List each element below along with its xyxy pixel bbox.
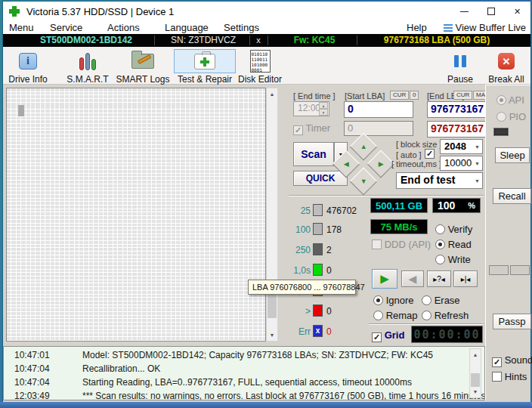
timeout-combo[interactable]: 10000▼ [440, 156, 483, 171]
divider [369, 323, 484, 325]
drive-info-button[interactable]: i Drive Info [6, 49, 50, 85]
ddd-label: DDD (API) [385, 239, 431, 250]
ddd-checkbox[interactable] [372, 240, 382, 249]
divider [154, 36, 155, 45]
grid-checkbox-row[interactable]: ✓ Grid [372, 329, 404, 342]
end-action-combo[interactable]: End of test▼ [396, 172, 483, 189]
log-row: 10:47:01 Model: ST500DM002-1BD142; Capac… [4, 348, 484, 362]
legend-swatch-250 [313, 243, 323, 255]
scroll-down-icon[interactable]: ▼ [267, 329, 277, 341]
auto-checkbox[interactable]: ✓ [425, 149, 435, 159]
act-ignore-radio[interactable]: Ignore [373, 295, 414, 306]
chevron-down-icon: ▼ [475, 144, 480, 150]
seek-down-button[interactable]: ▼ [350, 168, 378, 196]
scroll-up-icon[interactable]: ▲ [470, 349, 481, 360]
menu-item-settings[interactable]: Settings [224, 22, 259, 33]
start-lba-cur-button[interactable]: CUR [390, 91, 409, 100]
grid-checkbox[interactable]: ✓ [372, 332, 382, 342]
scroll-down-icon[interactable]: ▼ [470, 386, 481, 397]
start-lba-zero-button[interactable]: 0 [410, 91, 419, 100]
seek-right-button[interactable]: ▶ [367, 150, 395, 178]
mode-read-radio[interactable]: Read [435, 239, 472, 250]
device-model[interactable]: ST500DM002-1BD142 [26, 35, 147, 46]
pio-radio[interactable] [496, 112, 506, 122]
start-scan-button[interactable]: ▶ [372, 269, 397, 289]
pause-button[interactable]: Pause [441, 49, 479, 85]
jump-button[interactable]: ▸?◂ [427, 270, 451, 287]
close-icon: ✕ [514, 7, 521, 17]
disk-editor-button[interactable]: 010110 110011 101000 0001 Disk Editor [236, 49, 284, 85]
menu-item-service[interactable]: Service [50, 22, 82, 33]
api-radio-row[interactable]: API [496, 94, 524, 106]
break-all-button[interactable]: ✕ Break All [484, 49, 529, 85]
hints-checkbox[interactable] [492, 372, 502, 382]
remap-radio[interactable] [373, 311, 383, 320]
verify-radio[interactable] [435, 224, 445, 234]
log-scrollbar[interactable]: ▲ ▼ [469, 348, 481, 398]
small-disabled-button-2[interactable] [510, 265, 530, 275]
spin-up-icon[interactable]: ▲ [319, 102, 328, 109]
menu-item-menu[interactable]: Menu [9, 22, 34, 33]
write-radio[interactable] [435, 255, 445, 264]
act-erase-radio[interactable]: Erase [422, 295, 460, 306]
auto-label: [ auto ] [396, 150, 422, 159]
recall-button[interactable]: Recall [493, 188, 531, 204]
api-radio[interactable] [496, 95, 506, 105]
end-lba-cur-button[interactable]: CUR [453, 91, 472, 100]
mode-write-radio[interactable]: Write [435, 254, 471, 265]
window-title: Victoria 5.37 HDD/SSD | Device 1 [26, 6, 174, 17]
elapsed-time-display: 00:00:00 [411, 326, 483, 343]
timer-checkbox[interactable]: ✓ [293, 125, 303, 135]
test-repair-button[interactable]: Test & Repair [174, 49, 236, 85]
smart-logs-button[interactable]: SMART Logs [113, 49, 172, 85]
act-remap-radio[interactable]: Remap [373, 310, 418, 321]
menu-item-language[interactable]: Language [165, 22, 209, 33]
block-size-combo[interactable]: 2048▼ [440, 139, 483, 154]
disk-editor-label: Disk Editor [238, 74, 282, 85]
step-button[interactable]: ▸|◂ [453, 270, 478, 287]
menu-item-help[interactable]: Help [407, 22, 427, 33]
ddd-checkbox-row[interactable]: DDD (API) [372, 239, 431, 250]
start-lba-input[interactable]: 0 [344, 101, 413, 118]
smart-button[interactable]: S.M.A.R.T [63, 49, 112, 85]
map-scrollbar-thumb[interactable] [268, 294, 277, 318]
scroll-up-icon[interactable]: ▲ [267, 88, 277, 100]
close-button[interactable]: ✕ [504, 2, 530, 21]
app-icon [8, 5, 20, 17]
spin-down-icon[interactable]: ▼ [319, 109, 328, 116]
refresh-radio[interactable] [422, 311, 431, 320]
scan-surface-map[interactable] [6, 88, 266, 342]
scan-button[interactable]: Scan [293, 142, 334, 166]
menu-item-actions[interactable]: Actions [107, 22, 140, 33]
passp-button[interactable]: Passp [493, 314, 531, 329]
legend-row-gt: > 0 [289, 304, 342, 317]
sound-checkbox[interactable]: ✓ [492, 357, 502, 367]
ignore-radio[interactable] [373, 295, 383, 305]
sleep-button[interactable]: Sleep [495, 147, 530, 163]
end-time-spinner[interactable]: 12:00 ▲▼ [293, 101, 329, 116]
test-repair-label: Test & Repair [178, 74, 232, 85]
timer-aux-input[interactable]: 0 [344, 121, 413, 136]
arrow-down-icon: ▼ [360, 178, 367, 185]
log-scrollbar-thumb[interactable] [471, 373, 480, 387]
erase-radio[interactable] [422, 295, 431, 305]
map-scrollbar[interactable]: ▲ ▼ [266, 88, 278, 342]
view-buffer-live-label: View Buffer Live [456, 22, 526, 33]
sound-checkbox-row[interactable]: ✓ Sound [492, 354, 532, 367]
legend-swatch-err: x [313, 325, 323, 337]
read-radio[interactable] [435, 240, 445, 249]
small-disabled-button-1[interactable] [489, 265, 509, 275]
hints-checkbox-row[interactable]: Hints [492, 371, 527, 382]
maximize-icon [487, 8, 495, 15]
device-tab-close[interactable]: x [252, 35, 264, 46]
act-refresh-radio[interactable]: Refresh [422, 310, 469, 321]
mode-verify-radio[interactable]: Verify [435, 224, 472, 235]
pio-radio-row[interactable]: PIO [496, 111, 526, 122]
minimize-button[interactable] [451, 2, 478, 21]
back-button[interactable]: ◀ [401, 270, 424, 287]
legend-row-100: 100 178 [289, 223, 342, 236]
maximize-button[interactable] [478, 2, 504, 21]
timer-checkbox-row[interactable]: ✓ Timer [293, 122, 330, 135]
view-buffer-live[interactable]: View Buffer Live [444, 22, 526, 33]
right-sidebar: API PIO Sleep Recall Passp ✓ Sound Hints [485, 85, 530, 400]
